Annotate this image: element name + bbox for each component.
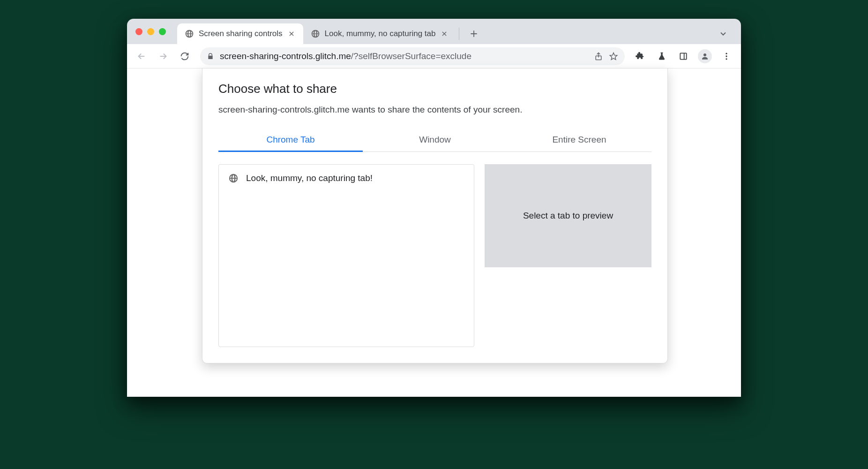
reload-button[interactable]	[176, 47, 194, 65]
tab-close-button[interactable]	[440, 30, 449, 38]
menu-button[interactable]	[718, 47, 735, 65]
back-button[interactable]	[133, 47, 150, 65]
share-tab-entire-screen[interactable]: Entire Screen	[507, 128, 651, 151]
browser-tab-title: Screen sharing controls	[199, 29, 283, 38]
svg-point-6	[726, 58, 727, 60]
globe-icon	[311, 29, 320, 38]
globe-icon	[228, 173, 239, 183]
browser-tab-inactive[interactable]: Look, mummy, no capturing tab	[303, 23, 456, 44]
minimize-window-button[interactable]	[147, 28, 154, 35]
address-bar[interactable]: screen-sharing-controls.glitch.me/?selfB…	[200, 47, 625, 65]
tab-close-button[interactable]	[287, 30, 296, 38]
browser-window: Screen sharing controls Look, mummy, no …	[127, 19, 741, 397]
close-window-button[interactable]	[135, 28, 142, 35]
tab-separator	[459, 28, 459, 40]
svg-rect-1	[680, 53, 686, 59]
share-tab-chrome-tab[interactable]: Chrome Tab	[218, 128, 363, 151]
browser-tab-bar: Screen sharing controls Look, mummy, no …	[127, 19, 741, 44]
page-content: Choose what to share screen-sharing-cont…	[127, 68, 741, 397]
screen-share-dialog: Choose what to share screen-sharing-cont…	[202, 68, 668, 363]
svg-point-4	[726, 53, 727, 54]
zoom-window-button[interactable]	[159, 28, 166, 35]
shareable-tab-list[interactable]: Look, mummy, no capturing tab!	[218, 164, 474, 347]
url-path: /?selfBrowserSurface=exclude	[351, 51, 471, 61]
bookmark-button[interactable]	[609, 52, 618, 61]
preview-placeholder: Select a tab to preview	[523, 211, 613, 221]
new-tab-button[interactable]	[466, 26, 482, 42]
window-controls	[135, 28, 166, 35]
side-panel-button[interactable]	[674, 47, 692, 65]
forward-button[interactable]	[154, 47, 172, 65]
globe-icon	[185, 29, 194, 38]
url-text: screen-sharing-controls.glitch.me/?selfB…	[220, 51, 588, 61]
share-page-button[interactable]	[594, 52, 603, 61]
share-tab-window[interactable]: Window	[363, 128, 507, 151]
browser-tab-title: Look, mummy, no capturing tab	[325, 29, 436, 38]
extensions-button[interactable]	[631, 47, 649, 65]
tab-overflow-button[interactable]	[714, 26, 733, 41]
profile-button[interactable]	[696, 47, 714, 65]
shareable-tab-title: Look, mummy, no capturing tab!	[246, 173, 373, 183]
lock-icon	[207, 53, 214, 60]
dialog-title: Choose what to share	[218, 82, 651, 96]
shareable-tab-item[interactable]: Look, mummy, no capturing tab!	[224, 169, 469, 187]
share-source-tabs: Chrome Tab Window Entire Screen	[218, 128, 651, 152]
svg-point-5	[726, 55, 727, 57]
dialog-subtitle: screen-sharing-controls.glitch.me wants …	[218, 105, 651, 115]
labs-button[interactable]	[653, 47, 671, 65]
browser-toolbar: screen-sharing-controls.glitch.me/?selfB…	[127, 44, 741, 68]
svg-point-3	[703, 53, 706, 56]
url-host: screen-sharing-controls.glitch.me	[220, 51, 351, 61]
preview-panel: Select a tab to preview	[485, 164, 651, 267]
browser-tab-active[interactable]: Screen sharing controls	[177, 23, 303, 44]
